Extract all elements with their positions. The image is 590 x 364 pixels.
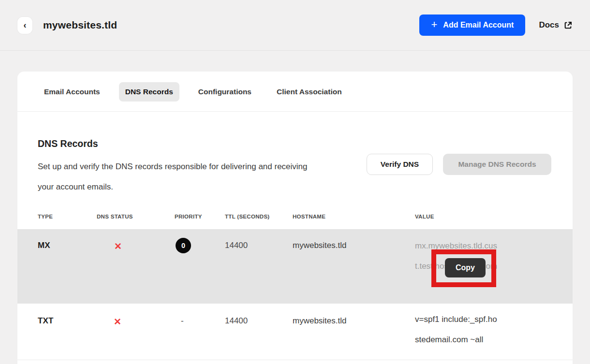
add-email-account-button[interactable]: + Add Email Account (419, 15, 525, 36)
chevron-left-icon: ‹ (24, 20, 27, 30)
priority-badge: 0 (176, 238, 191, 253)
hostname-value: mywebsites.tld (293, 241, 346, 250)
tab-configurations[interactable]: Configurations (192, 82, 258, 102)
docs-label: Docs (539, 20, 559, 30)
record-type: TXT (38, 316, 54, 326)
section-description: Set up and verify the DNS records respon… (38, 157, 317, 197)
record-type: MX (38, 241, 50, 250)
top-bar-actions: + Add Email Account Docs (419, 15, 573, 36)
verify-dns-button[interactable]: Verify DNS (367, 154, 433, 175)
priority-value: - (181, 316, 184, 326)
tabs-divider (17, 111, 573, 112)
hostname-value: mywebsites.tld (293, 316, 346, 326)
page-title: mywebsites.tld (43, 19, 117, 31)
table-header-row: TYPE DNS STATUS PRIORITY TTL (SECONDS) H… (17, 214, 573, 229)
column-header-value: VALUE (415, 214, 434, 219)
record-value: v=spf1 include:_spf.hostedemail.com ~all (415, 309, 500, 350)
column-header-hostname: HOSTNAME (293, 214, 325, 219)
plus-icon: + (431, 19, 437, 30)
column-header-dns-status: DNS STATUS (97, 214, 133, 219)
copy-button[interactable]: Copy (445, 258, 486, 277)
tab-email-accounts[interactable]: Email Accounts (38, 82, 106, 102)
tab-client-association[interactable]: Client Association (270, 82, 348, 102)
ttl-value: 14400 (225, 316, 248, 326)
column-header-priority: PRIORITY (175, 214, 202, 219)
tab-dns-records[interactable]: DNS Records (119, 82, 179, 102)
column-header-ttl: TTL (SECONDS) (225, 214, 270, 219)
add-email-account-label: Add Email Account (443, 21, 514, 29)
top-bar: ‹ mywebsites.tld + Add Email Account Doc… (0, 0, 590, 51)
back-button[interactable]: ‹ (17, 17, 32, 34)
dns-status-error-icon: ✕ (114, 316, 121, 327)
dns-status-error-icon: ✕ (114, 241, 122, 252)
tab-bar: Email Accounts DNS Records Configuration… (38, 81, 348, 102)
manage-dns-records-button[interactable]: Manage DNS Records (443, 154, 551, 175)
section-title: DNS Records (38, 138, 98, 149)
content-card: Email Accounts DNS Records Configuration… (17, 72, 573, 364)
external-link-icon (563, 21, 573, 30)
docs-link[interactable]: Docs (539, 20, 573, 30)
table-row-txt: TXT ✕ - 14400 mywebsites.tld v=spf1 incl… (17, 304, 573, 360)
screen: ‹ mywebsites.tld + Add Email Account Doc… (0, 0, 590, 364)
column-header-type: TYPE (38, 214, 53, 219)
priority-value: 0 (181, 242, 185, 249)
table-row-mx: MX ✕ 0 14400 mywebsites.tld mx.mywebsite… (17, 229, 573, 304)
ttl-value: 14400 (225, 241, 248, 250)
